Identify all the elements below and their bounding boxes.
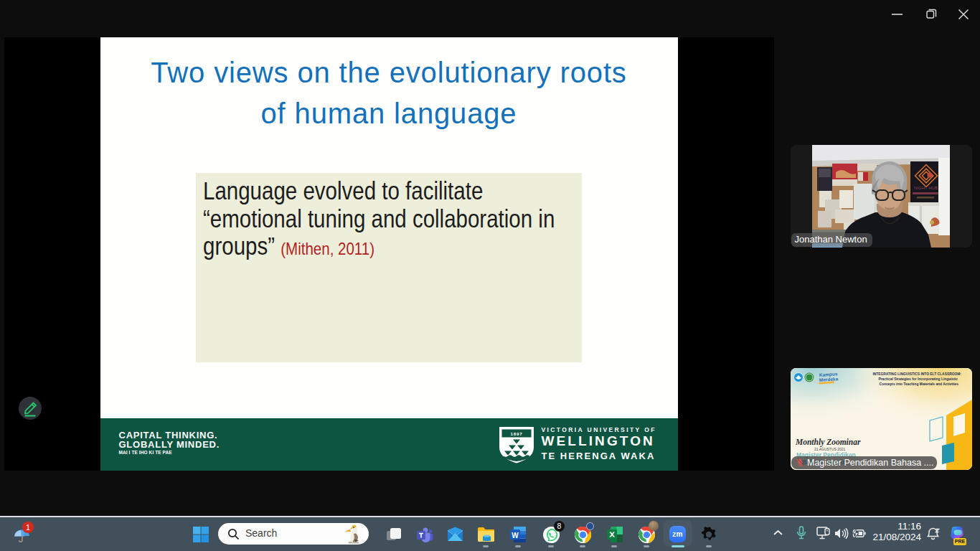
svg-text:21 AGUSTUS 2021: 21 AGUSTUS 2021 (814, 447, 846, 451)
svg-text:Concepts into Teaching Materia: Concepts into Teaching Materials and Act… (879, 382, 958, 386)
svg-text:Monthly Zoominar: Monthly Zoominar (795, 438, 861, 447)
svg-text:W: W (512, 532, 519, 540)
svg-text:1897: 1897 (510, 430, 522, 435)
svg-text:INTEGRATING LINGUISTICS INTO E: INTEGRATING LINGUISTICS INTO ELT CLASSRO… (872, 372, 961, 376)
svg-text:Practical Strategies for Incor: Practical Strategies for Incorporating L… (878, 377, 958, 381)
svg-text:NIGHT HUB 2: NIGHT HUB 2 (914, 186, 942, 190)
